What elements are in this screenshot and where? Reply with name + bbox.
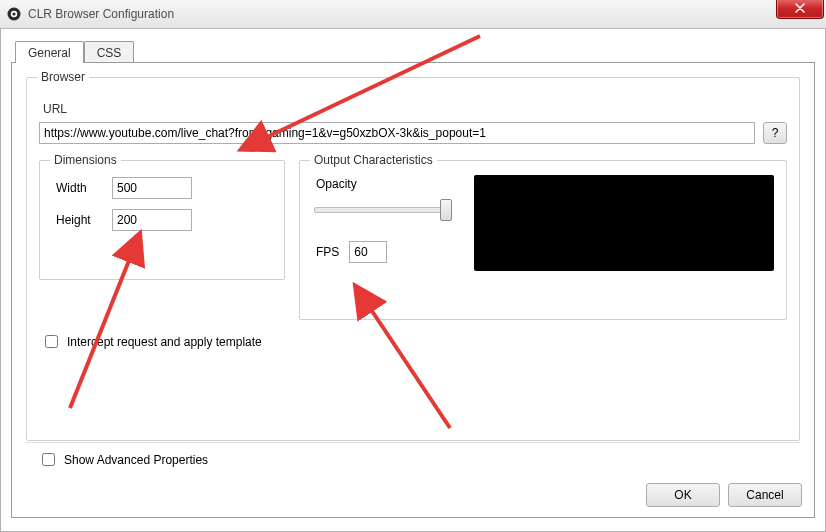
height-row: Height	[52, 209, 272, 231]
width-label: Width	[52, 181, 104, 195]
show-advanced-label: Show Advanced Properties	[64, 453, 208, 467]
url-help-label: ?	[772, 126, 779, 140]
tab-general-label: General	[28, 46, 71, 60]
window-title: CLR Browser Configuration	[28, 7, 174, 21]
opacity-track	[314, 207, 450, 213]
tab-css-label: CSS	[97, 46, 122, 60]
url-label: URL	[43, 102, 787, 116]
intercept-label: Intercept request and apply template	[67, 335, 262, 349]
show-advanced-checkbox[interactable]	[42, 453, 55, 466]
ok-button[interactable]: OK	[646, 483, 720, 507]
height-input[interactable]	[112, 209, 192, 231]
width-row: Width	[52, 177, 272, 199]
group-dimensions-legend: Dimensions	[50, 153, 121, 167]
group-dimensions: Dimensions Width Height	[39, 160, 285, 280]
opacity-block: Opacity	[312, 177, 452, 223]
svg-point-2	[12, 12, 15, 15]
group-output: Output Characteristics Opacity FPS	[299, 160, 787, 320]
dialog-body: General CSS Browser URL ? Dimensions Wid…	[0, 28, 826, 532]
group-browser: Browser URL ? Dimensions Width Height	[26, 77, 800, 441]
opacity-slider[interactable]	[312, 197, 452, 223]
intercept-row: Intercept request and apply template	[39, 332, 787, 351]
preview-box	[474, 175, 774, 271]
opacity-label: Opacity	[312, 177, 452, 191]
fps-input[interactable]	[349, 241, 387, 263]
url-help-button[interactable]: ?	[763, 122, 787, 144]
intercept-checkbox[interactable]	[45, 335, 58, 348]
group-output-legend: Output Characteristics	[310, 153, 437, 167]
close-button[interactable]	[776, 0, 824, 19]
width-input[interactable]	[112, 177, 192, 199]
fps-row: FPS	[316, 241, 387, 263]
footer-buttons: OK Cancel	[646, 483, 802, 507]
tab-css[interactable]: CSS	[84, 41, 135, 63]
group-browser-legend: Browser	[37, 70, 89, 84]
tab-strip: General CSS	[15, 38, 815, 62]
cancel-button[interactable]: Cancel	[728, 483, 802, 507]
close-icon	[795, 3, 805, 13]
app-icon	[6, 6, 22, 22]
separator	[26, 442, 800, 443]
tab-general[interactable]: General	[15, 41, 84, 63]
tab-panel-general: Browser URL ? Dimensions Width Height	[11, 62, 815, 518]
url-row: ?	[39, 122, 787, 144]
ok-label: OK	[674, 488, 691, 502]
url-input[interactable]	[39, 122, 755, 144]
fps-label: FPS	[316, 245, 339, 259]
opacity-thumb[interactable]	[440, 199, 452, 221]
cancel-label: Cancel	[746, 488, 783, 502]
window: CLR Browser Configuration General CSS Br…	[0, 0, 826, 532]
show-advanced-row: Show Advanced Properties	[38, 450, 208, 469]
titlebar: CLR Browser Configuration	[0, 0, 826, 29]
mid-row: Dimensions Width Height Output Character…	[39, 160, 787, 320]
height-label: Height	[52, 213, 104, 227]
